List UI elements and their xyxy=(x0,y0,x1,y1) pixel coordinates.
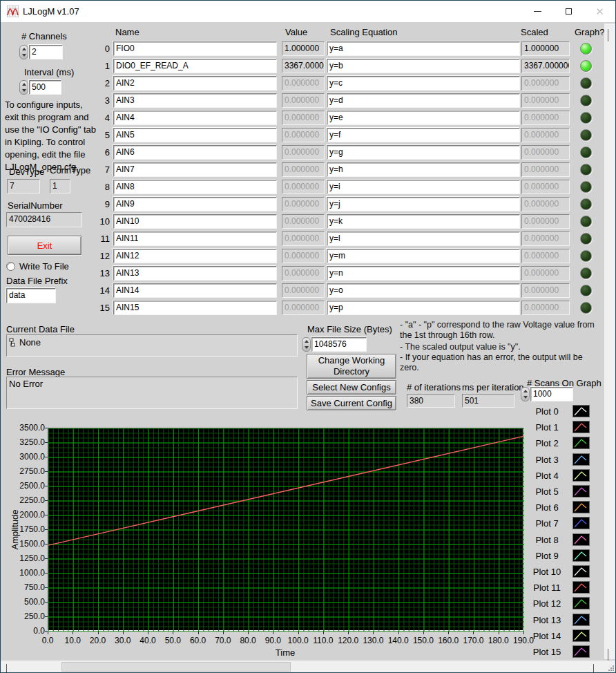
close-button[interactable]: ✕ xyxy=(584,1,615,22)
name-input[interactable]: AIN15 xyxy=(113,301,277,315)
name-input[interactable]: AIN4 xyxy=(113,111,277,125)
select-new-configs-button[interactable]: Select New Configs xyxy=(307,380,396,395)
channels-input[interactable]: 2 xyxy=(29,45,63,59)
x-tick-label: 0.0 xyxy=(34,636,61,645)
equation-input[interactable]: y=n xyxy=(327,266,520,281)
name-input[interactable]: AIN11 xyxy=(113,231,277,246)
channels-spinner[interactable] xyxy=(19,45,28,59)
resize-corner[interactable] xyxy=(604,661,616,673)
max-file-size-input[interactable]: 1048576 xyxy=(311,337,367,352)
legend-swatch[interactable] xyxy=(572,549,590,562)
graph-led[interactable] xyxy=(580,216,592,227)
name-input[interactable]: AIN5 xyxy=(113,128,277,142)
path-icon[interactable] xyxy=(9,338,15,348)
max-file-size-spinner[interactable] xyxy=(302,337,311,352)
name-input[interactable]: AIN6 xyxy=(113,145,277,160)
legend-swatch[interactable] xyxy=(572,421,590,433)
name-input[interactable]: AIN7 xyxy=(113,162,277,177)
y-tick-mark xyxy=(45,616,48,617)
graph-led[interactable] xyxy=(580,198,592,210)
graph-led[interactable] xyxy=(580,95,592,106)
legend-swatch[interactable] xyxy=(572,597,590,609)
scroll-down-button[interactable] xyxy=(608,649,608,661)
write-to-file-radio[interactable] xyxy=(6,262,15,271)
legend-swatch[interactable] xyxy=(572,517,590,529)
graph-led[interactable] xyxy=(580,302,592,314)
equation-input[interactable]: y=e xyxy=(327,111,520,125)
change-working-directory-button[interactable]: Change Working Directory xyxy=(307,354,396,379)
y-tick-label: 1750.0 xyxy=(5,524,45,534)
equation-input[interactable]: y=p xyxy=(327,301,520,315)
legend-swatch[interactable] xyxy=(572,533,590,546)
equation-input[interactable]: y=k xyxy=(327,214,520,229)
scans-input[interactable]: 1000 xyxy=(530,387,573,401)
legend-swatch[interactable] xyxy=(572,453,590,466)
graph-led[interactable] xyxy=(580,233,592,245)
graph-led[interactable] xyxy=(580,146,592,158)
graph-led[interactable] xyxy=(580,285,592,296)
legend-swatch[interactable] xyxy=(572,614,590,626)
data-file-prefix-input[interactable]: data xyxy=(6,288,56,303)
name-input[interactable]: AIN14 xyxy=(113,283,277,298)
graph-led[interactable] xyxy=(580,250,592,262)
legend-swatch[interactable] xyxy=(572,437,590,449)
equation-input[interactable]: y=h xyxy=(327,162,520,177)
legend-swatch[interactable] xyxy=(572,581,590,594)
name-input[interactable]: AIN12 xyxy=(113,249,277,263)
exit-button[interactable]: Exit xyxy=(8,236,81,255)
name-input[interactable]: AIN3 xyxy=(113,93,277,108)
name-input[interactable]: FIO0 xyxy=(113,41,277,56)
interval-spinner[interactable] xyxy=(19,80,28,95)
legend-swatch[interactable] xyxy=(572,501,590,513)
legend-swatch[interactable] xyxy=(572,565,590,578)
equation-input[interactable]: y=m xyxy=(327,249,520,263)
legend-swatch[interactable] xyxy=(572,469,590,482)
legend-swatch[interactable] xyxy=(572,629,590,642)
scroll-up-button[interactable] xyxy=(608,29,608,41)
row-index: 10 xyxy=(95,216,110,227)
graph-led[interactable] xyxy=(580,77,592,89)
graph-led[interactable] xyxy=(580,43,592,55)
minimize-button[interactable] xyxy=(522,1,553,22)
legend-swatch[interactable] xyxy=(572,485,590,497)
scaled-indicator: 0.000000 xyxy=(521,214,570,229)
graph-led[interactable] xyxy=(580,181,592,193)
equation-input[interactable]: y=l xyxy=(327,231,520,246)
scans-spinner[interactable] xyxy=(521,387,530,401)
equation-input[interactable]: y=f xyxy=(327,128,520,142)
legend-label: Plot 5 xyxy=(526,486,568,497)
maximize-icon xyxy=(566,8,572,15)
equation-input[interactable]: y=b xyxy=(327,59,520,73)
graph-led[interactable] xyxy=(580,112,592,124)
name-input[interactable]: AIN2 xyxy=(113,76,277,91)
conntype-input[interactable]: 1 xyxy=(50,179,70,193)
name-input[interactable]: AIN9 xyxy=(113,197,277,211)
horizontal-scrollbar-thumb[interactable] xyxy=(61,662,291,672)
name-input[interactable]: AIN13 xyxy=(113,266,277,281)
equation-input[interactable]: y=o xyxy=(327,283,520,298)
interval-input[interactable]: 500 xyxy=(29,80,61,95)
graph-led[interactable] xyxy=(580,129,592,141)
scroll-left-button[interactable] xyxy=(6,664,7,673)
name-input[interactable]: AIN8 xyxy=(113,180,277,194)
equation-input[interactable]: y=j xyxy=(327,197,520,211)
name-input[interactable]: AIN10 xyxy=(113,214,277,229)
name-input[interactable]: DIO0_EF_READ_A xyxy=(113,59,277,73)
equation-input[interactable]: y=g xyxy=(327,145,520,160)
vertical-scrollbar[interactable] xyxy=(604,23,616,659)
scroll-right-button[interactable] xyxy=(593,664,594,673)
legend-swatch[interactable] xyxy=(572,645,590,658)
graph-led[interactable] xyxy=(580,267,592,279)
equation-input[interactable]: y=a xyxy=(327,41,520,56)
legend-swatch[interactable] xyxy=(572,405,590,417)
graph-led[interactable] xyxy=(580,60,592,72)
x-tick-mark xyxy=(323,632,324,634)
equation-input[interactable]: y=c xyxy=(327,76,520,91)
maximize-button[interactable] xyxy=(553,1,584,22)
equation-input[interactable]: y=i xyxy=(327,180,520,194)
spinner-down-icon xyxy=(22,54,26,57)
devtype-input[interactable]: 7 xyxy=(7,179,40,193)
equation-input[interactable]: y=d xyxy=(327,93,520,108)
save-current-config-button[interactable]: Save Current Config xyxy=(307,396,396,410)
graph-led[interactable] xyxy=(580,164,592,176)
